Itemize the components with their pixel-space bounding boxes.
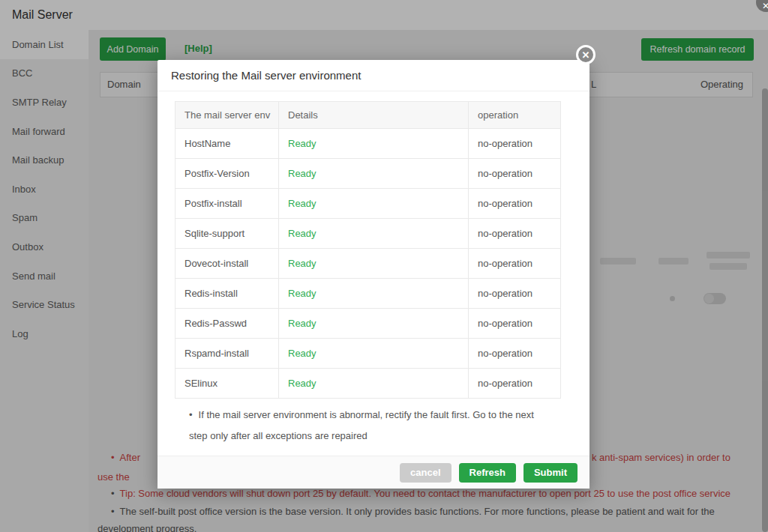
status-ready: Ready	[279, 129, 469, 159]
restore-environment-dialog: ✕ Restoring the Mail server environment …	[158, 60, 590, 489]
status-ready: Ready	[279, 369, 469, 399]
status-ready: Ready	[279, 159, 469, 189]
environment-table: The mail server env Details operation Ho…	[175, 101, 561, 399]
status-ready: Ready	[279, 309, 469, 339]
col-header-operation: operation	[469, 102, 561, 129]
status-ready: Ready	[279, 189, 469, 219]
col-header-details: Details	[279, 102, 469, 129]
status-ready: Ready	[279, 279, 469, 309]
cancel-button[interactable]: cancel	[400, 463, 451, 483]
dialog-close-icon[interactable]: ✕	[576, 45, 596, 64]
submit-button[interactable]: Submit	[524, 463, 578, 483]
table-row: Redis-Passwd Ready no-operation	[176, 309, 561, 339]
dialog-note: •If the mail server environment is abnor…	[189, 405, 564, 447]
table-row: SElinux Ready no-operation	[176, 369, 561, 399]
status-ready: Ready	[279, 249, 469, 279]
refresh-button[interactable]: Refresh	[459, 463, 516, 483]
dialog-footer: cancel Refresh Submit	[158, 456, 590, 489]
table-row: Rspamd-install Ready no-operation	[176, 339, 561, 369]
mail-server-page: Mail Server Domain List BCC SMTP Relay M…	[0, 0, 768, 532]
col-header-env: The mail server env	[176, 102, 279, 129]
table-row: HostName Ready no-operation	[176, 129, 561, 159]
table-row: Redis-install Ready no-operation	[176, 279, 561, 309]
table-row: Sqlite-support Ready no-operation	[176, 219, 561, 249]
table-row: Postfix-Version Ready no-operation	[176, 159, 561, 189]
dialog-title: Restoring the Mail server environment	[158, 60, 590, 91]
table-header-row: The mail server env Details operation	[176, 102, 561, 129]
table-row: Dovecot-install Ready no-operation	[176, 249, 561, 279]
table-row: Postfix-install Ready no-operation	[176, 189, 561, 219]
status-ready: Ready	[279, 219, 469, 249]
status-ready: Ready	[279, 339, 469, 369]
